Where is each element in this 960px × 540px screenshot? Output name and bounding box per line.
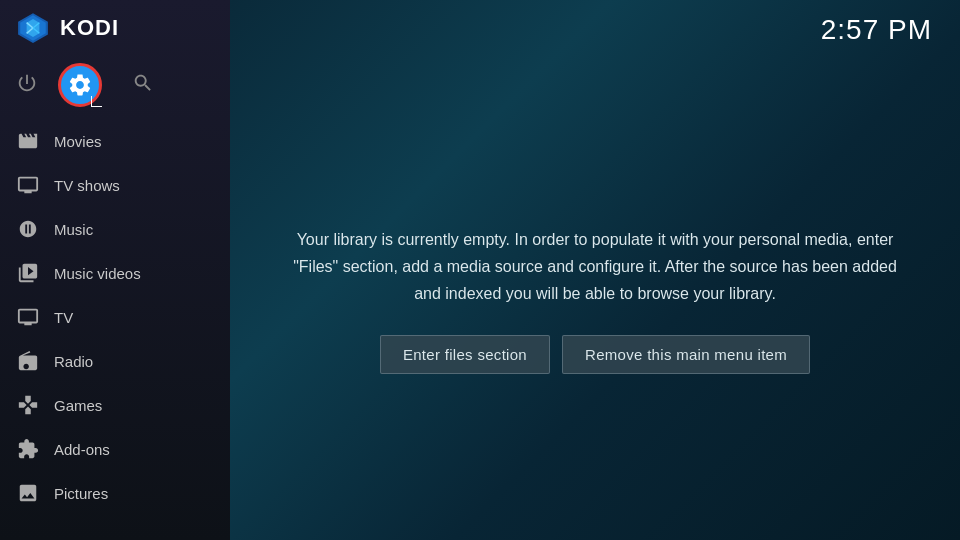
main-content: 2:57 PM Your library is currently empty.… [230, 0, 960, 540]
content-area: Your library is currently empty. In orde… [230, 60, 960, 540]
radio-icon [16, 349, 40, 373]
sidebar-item-games[interactable]: Games [0, 383, 230, 427]
sidebar-item-movies[interactable]: Movies [0, 119, 230, 163]
tvshows-icon [16, 173, 40, 197]
library-message-container: Your library is currently empty. In orde… [290, 226, 900, 375]
settings-button[interactable] [58, 63, 102, 107]
sidebar-item-games-label: Games [54, 397, 102, 414]
clock-display: 2:57 PM [793, 0, 960, 60]
games-icon [16, 393, 40, 417]
sidebar-item-tvshows[interactable]: TV shows [0, 163, 230, 207]
pictures-icon [16, 481, 40, 505]
enter-files-button[interactable]: Enter files section [380, 335, 550, 374]
sidebar-item-tvshows-label: TV shows [54, 177, 120, 194]
top-icons [0, 55, 230, 119]
addons-icon [16, 437, 40, 461]
music-icon [16, 217, 40, 241]
sidebar-item-movies-label: Movies [54, 133, 102, 150]
sidebar-item-music[interactable]: Music [0, 207, 230, 251]
power-icon[interactable] [16, 72, 38, 99]
search-icon[interactable] [132, 72, 154, 99]
sidebar-item-addons[interactable]: Add-ons [0, 427, 230, 471]
sidebar-item-addons-label: Add-ons [54, 441, 110, 458]
app-title: KODI [60, 15, 119, 41]
kodi-logo-icon [16, 11, 50, 45]
musicvideos-icon [16, 261, 40, 285]
remove-menu-item-button[interactable]: Remove this main menu item [562, 335, 810, 374]
sidebar-item-music-label: Music [54, 221, 93, 238]
sidebar-item-pictures[interactable]: Pictures [0, 471, 230, 515]
sidebar-item-radio[interactable]: Radio [0, 339, 230, 383]
sidebar-item-radio-label: Radio [54, 353, 93, 370]
sidebar-item-pictures-label: Pictures [54, 485, 108, 502]
library-buttons: Enter files section Remove this main men… [290, 335, 900, 374]
sidebar-item-tv[interactable]: TV [0, 295, 230, 339]
nav-list: Movies TV shows Music Music videos [0, 119, 230, 540]
app-header: KODI [0, 0, 230, 55]
sidebar: KODI Movies TV show [0, 0, 230, 540]
movies-icon [16, 129, 40, 153]
sidebar-item-musicvideos-label: Music videos [54, 265, 141, 282]
sidebar-item-musicvideos[interactable]: Music videos [0, 251, 230, 295]
sidebar-item-tv-label: TV [54, 309, 73, 326]
tv-icon [16, 305, 40, 329]
library-empty-text: Your library is currently empty. In orde… [290, 226, 900, 308]
